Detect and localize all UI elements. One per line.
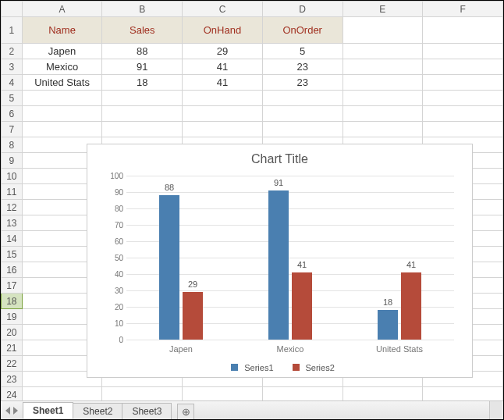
row-header[interactable]: 13 [2,215,23,231]
cell[interactable] [22,91,102,106]
row-header[interactable]: 22 [2,356,23,372]
cell[interactable] [183,122,263,137]
cell[interactable]: Japen [22,44,102,59]
cell[interactable] [423,17,503,44]
cell[interactable] [22,387,102,401]
cell[interactable]: 91 [102,59,183,75]
y-tick-label: 50 [103,254,123,262]
sheet-tab[interactable]: Sheet3 [122,403,172,419]
cell[interactable] [343,122,423,137]
row-header[interactable]: 16 [2,262,23,278]
row-header[interactable]: 9 [2,153,23,169]
bar-value-label: 18 [378,297,398,307]
column-header[interactable]: D [262,2,343,17]
row-header[interactable]: 20 [2,325,23,340]
cell[interactable] [22,106,102,122]
cell[interactable] [343,106,423,122]
cell[interactable]: OnOrder [262,17,343,44]
add-sheet-button[interactable]: ⊕ [177,404,194,419]
sheet-tab[interactable]: Sheet1 [23,402,73,419]
cell[interactable] [183,91,263,106]
cell[interactable]: 29 [183,44,263,59]
cell[interactable]: 41 [183,75,263,91]
cell[interactable]: OnHand [183,17,263,44]
cell[interactable]: 18 [102,75,183,91]
horizontal-scrollbar[interactable] [489,401,503,419]
row-header[interactable]: 3 [2,59,23,75]
cell[interactable]: 23 [262,59,343,75]
cell[interactable] [423,44,503,59]
cell[interactable] [343,59,423,75]
select-all-cell[interactable] [2,2,23,17]
bar-value-label: 41 [401,260,421,269]
row-header[interactable]: 8 [2,137,23,153]
row-header[interactable]: 19 [2,309,23,325]
cell[interactable] [102,387,183,401]
cell[interactable] [343,75,423,91]
row-header[interactable]: 1 [2,17,23,44]
sheet-tab-bar: Sheet1Sheet2Sheet3 ⊕ [1,400,503,419]
row-header[interactable]: 15 [2,247,23,262]
y-tick-label: 10 [103,319,123,328]
cell[interactable] [183,106,263,122]
row-header[interactable]: 4 [2,75,23,91]
column-header[interactable]: B [102,2,183,17]
spreadsheet-grid[interactable]: ABCDEF1NameSalesOnHandOnOrder2Japen88295… [1,1,503,400]
cell[interactable]: United Stats [22,75,102,91]
embedded-chart[interactable]: Chart Title 01020304050607080901008829Ja… [87,144,473,378]
cell[interactable] [423,59,503,75]
cell[interactable]: Mexico [22,59,102,75]
cell[interactable] [262,122,343,137]
column-header[interactable]: C [183,2,263,17]
cell[interactable] [423,387,503,401]
cell[interactable] [102,122,183,137]
cell[interactable] [22,122,102,137]
cell[interactable]: Sales [102,17,183,44]
cell[interactable] [343,44,423,59]
row-header[interactable]: 23 [2,372,23,387]
row-header[interactable]: 12 [2,200,23,215]
tab-nav-prev-icon[interactable] [5,407,10,415]
sheet-tab[interactable]: Sheet2 [73,403,122,419]
cell[interactable] [343,17,423,44]
column-header[interactable]: A [22,2,102,17]
cell[interactable] [262,91,343,106]
chart-plot-area: 01020304050607080901008829Japen9141Mexic… [126,176,454,340]
cell[interactable]: 88 [102,44,183,59]
tab-nav-buttons[interactable] [1,401,23,419]
cell[interactable]: Name [22,17,102,44]
column-header[interactable]: E [343,2,423,17]
y-tick-label: 0 [103,336,123,344]
cell[interactable] [423,122,503,137]
cell[interactable] [262,387,343,401]
row-header[interactable]: 6 [2,106,23,122]
cell[interactable] [262,106,343,122]
row-header[interactable]: 10 [2,169,23,184]
row-header[interactable]: 11 [2,184,23,200]
cell[interactable] [343,91,423,106]
cell[interactable] [102,106,183,122]
cell[interactable]: 23 [262,75,343,91]
cell[interactable] [423,75,503,91]
cell[interactable]: 5 [262,44,343,59]
cell[interactable]: 41 [183,59,263,75]
column-header[interactable]: F [423,2,503,17]
row-header[interactable]: 14 [2,231,23,247]
legend-item: Series2 [286,363,335,372]
cell[interactable] [183,387,263,401]
cell[interactable] [102,91,183,106]
row-header[interactable]: 21 [2,340,23,356]
row-header[interactable]: 17 [2,278,23,294]
y-tick-label: 40 [103,270,123,279]
tab-nav-next-icon[interactable] [13,407,18,415]
row-header[interactable]: 24 [2,387,23,401]
cell[interactable] [343,387,423,401]
y-tick-label: 100 [103,172,123,180]
plus-icon: ⊕ [182,406,190,418]
cell[interactable] [423,91,503,106]
cell[interactable] [423,106,503,122]
row-header[interactable]: 18 [2,294,23,309]
row-header[interactable]: 5 [2,91,23,106]
row-header[interactable]: 7 [2,122,23,137]
row-header[interactable]: 2 [2,44,23,59]
